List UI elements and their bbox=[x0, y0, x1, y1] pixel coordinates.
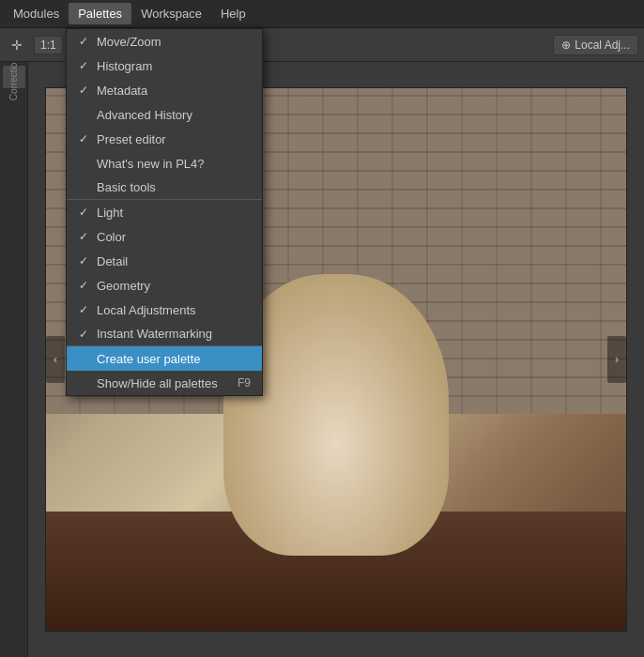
menu-entry-whats-new[interactable]: What's new in PL4? bbox=[67, 151, 262, 176]
menu-modules[interactable]: Modules bbox=[4, 3, 69, 24]
menu-entry-move-zoom[interactable]: ✓ Move/Zoom bbox=[67, 29, 262, 53]
label-advanced-history: Advanced History bbox=[97, 108, 251, 122]
label-metadata: Metadata bbox=[97, 84, 251, 98]
correction-label: Correction bbox=[8, 57, 19, 100]
menu-entry-instant-watermarking[interactable]: ✓ Instant Watermarking bbox=[67, 322, 262, 346]
move-zoom-icon[interactable]: ✛ bbox=[6, 34, 28, 56]
label-show-hide-palettes: Show/Hide all palettes bbox=[97, 376, 232, 390]
menu-bar: Modules Palettes Workspace Help bbox=[0, 0, 644, 28]
check-local-adjustments: ✓ bbox=[76, 303, 91, 316]
check-preset-editor: ✓ bbox=[76, 132, 91, 145]
label-create-user-palette: Create user palette bbox=[97, 352, 251, 366]
check-geometry: ✓ bbox=[76, 279, 91, 292]
menu-entry-create-user-palette[interactable]: Create user palette bbox=[67, 346, 262, 371]
label-color: Color bbox=[97, 230, 251, 244]
label-geometry: Geometry bbox=[97, 279, 251, 293]
check-move-zoom: ✓ bbox=[76, 35, 91, 48]
label-local-adjustments: Local Adjustments bbox=[97, 303, 251, 317]
shortcut-show-hide: F9 bbox=[238, 376, 251, 390]
left-sidebar: Correction bbox=[0, 62, 28, 657]
local-adj-icon: ⊕ bbox=[561, 38, 571, 52]
menu-workspace[interactable]: Workspace bbox=[131, 3, 211, 24]
zoom-preset-button[interactable]: 1:1 bbox=[34, 36, 63, 54]
menu-entry-local-adjustments[interactable]: ✓ Local Adjustments bbox=[67, 298, 262, 322]
check-detail: ✓ bbox=[76, 254, 91, 267]
menu-entry-show-hide-palettes[interactable]: Show/Hide all palettes F9 bbox=[67, 371, 262, 395]
label-instant-watermarking: Instant Watermarking bbox=[97, 327, 251, 341]
menu-entry-preset-editor[interactable]: ✓ Preset editor bbox=[67, 127, 262, 151]
correction-tab[interactable]: Correction bbox=[3, 66, 25, 88]
check-light: ✓ bbox=[76, 206, 91, 219]
label-detail: Detail bbox=[97, 254, 251, 268]
menu-entry-geometry[interactable]: ✓ Geometry bbox=[67, 273, 262, 298]
right-arrow-icon: › bbox=[615, 353, 619, 366]
menu-palettes[interactable]: Palettes bbox=[69, 3, 131, 24]
local-adj-button[interactable]: ⊕ Local Adj... bbox=[553, 35, 638, 55]
menu-entry-histogram[interactable]: ✓ Histogram bbox=[67, 53, 262, 78]
palettes-dropdown-menu: ✓ Move/Zoom ✓ Histogram ✓ Metadata Advan… bbox=[66, 28, 263, 396]
menu-entry-advanced-history[interactable]: Advanced History bbox=[67, 102, 262, 127]
label-light: Light bbox=[97, 206, 251, 220]
menu-entry-color[interactable]: ✓ Color bbox=[67, 224, 262, 249]
nav-arrow-left[interactable]: ‹ bbox=[46, 336, 65, 383]
nav-arrow-right[interactable]: › bbox=[607, 336, 626, 383]
menu-entry-light[interactable]: ✓ Light bbox=[67, 200, 262, 224]
label-move-zoom: Move/Zoom bbox=[97, 35, 251, 49]
menu-entry-metadata[interactable]: ✓ Metadata bbox=[67, 78, 262, 102]
check-color: ✓ bbox=[76, 230, 91, 243]
left-arrow-icon: ‹ bbox=[54, 353, 57, 366]
label-whats-new: What's new in PL4? bbox=[97, 157, 251, 171]
check-instant-watermarking: ✓ bbox=[76, 328, 91, 341]
label-basic-tools: Basic tools bbox=[97, 180, 251, 194]
label-histogram: Histogram bbox=[97, 59, 251, 73]
menu-entry-basic-tools[interactable]: Basic tools bbox=[67, 176, 262, 200]
label-preset-editor: Preset editor bbox=[97, 132, 251, 146]
local-adj-label: Local Adj... bbox=[575, 38, 630, 52]
check-metadata: ✓ bbox=[76, 84, 91, 97]
check-histogram: ✓ bbox=[76, 59, 91, 72]
menu-entry-detail[interactable]: ✓ Detail bbox=[67, 249, 262, 273]
menu-help[interactable]: Help bbox=[211, 3, 255, 24]
